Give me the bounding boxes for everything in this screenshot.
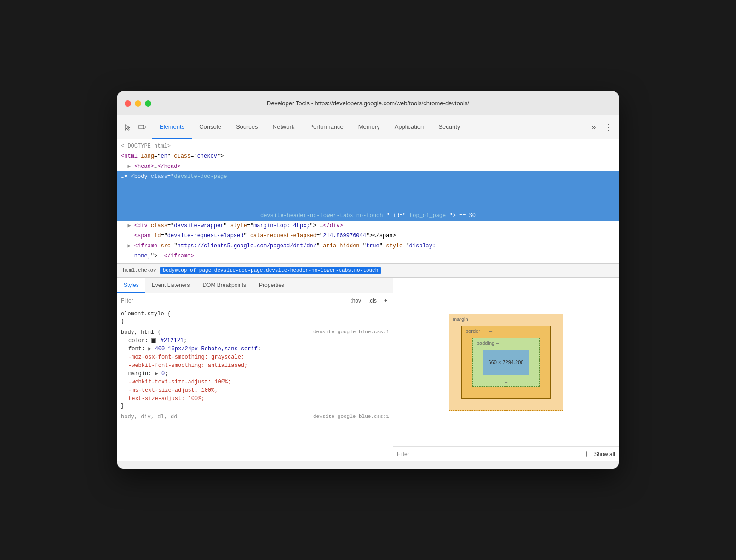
border-dash-right: – xyxy=(546,360,548,365)
styles-panel: Styles Event Listeners DOM Breakpoints P… xyxy=(117,278,393,461)
cls-button[interactable]: .cls xyxy=(367,297,379,304)
show-all-checkbox[interactable] xyxy=(586,451,592,457)
margin-dash-right: – xyxy=(558,360,561,365)
dom-line-doctype[interactable]: <!DOCTYPE html> xyxy=(117,141,619,151)
window-title: Developer Tools - https://developers.goo… xyxy=(267,100,469,107)
style-prop-text-adjust: text-size-adjust: 100%; xyxy=(121,394,389,403)
style-prop-ms-text-adjust: -ms-text-size-adjust: 100%; xyxy=(121,386,389,394)
style-closing-body: } xyxy=(121,403,389,409)
panel-tabs: Styles Event Listeners DOM Breakpoints P… xyxy=(117,278,393,293)
tab-event-listeners[interactable]: Event Listeners xyxy=(145,278,196,293)
computed-filter-label: Filter xyxy=(397,451,409,457)
style-prop-color: color: #212121; xyxy=(121,337,389,345)
style-selector-body: body, html { devsite-google-blue.css:1 xyxy=(121,329,389,336)
border-dash-bottom: – xyxy=(505,391,507,396)
padding-dash-left: – xyxy=(475,360,477,365)
margin-dash-bottom: – xyxy=(505,403,507,408)
tab-application[interactable]: Application xyxy=(387,115,431,139)
border-dash-left: – xyxy=(464,360,466,365)
border-dash-top: – xyxy=(489,328,492,334)
style-selector-bottom: body, div, dl, dd devsite-google-blue.cs… xyxy=(121,414,389,420)
dom-line-span[interactable]: <span id="devsite-request-elapsed" data-… xyxy=(117,231,619,241)
bottom-filter-bar: Filter Show all xyxy=(393,446,619,461)
show-all-container: Show all xyxy=(586,451,615,457)
tab-styles[interactable]: Styles xyxy=(117,278,145,293)
dom-line-body-mid2 xyxy=(117,195,619,209)
minimize-button[interactable] xyxy=(135,100,141,107)
device-toggle-icon[interactable] xyxy=(136,121,149,134)
breadcrumb-bar: html.chekov body#top_of_page.devsite-doc… xyxy=(117,263,619,277)
style-block-element: element.style { } xyxy=(117,310,393,326)
traffic-lights xyxy=(125,100,151,107)
tab-security[interactable]: Security xyxy=(431,115,467,139)
inspect-icon[interactable] xyxy=(121,121,134,134)
content-dimensions: 660 × 7294.200 xyxy=(489,360,524,365)
boxmodel-content: margin – – – – border – – – – xyxy=(393,278,619,446)
style-block-body: body, html { devsite-google-blue.css:1 c… xyxy=(117,328,393,411)
main-tabs: Elements Console Sources Network Perform… xyxy=(152,115,586,139)
box-model-diagram: margin – – – – border – – – – xyxy=(448,314,564,411)
padding-dash-bottom: – xyxy=(505,379,507,384)
tab-sources[interactable]: Sources xyxy=(229,115,265,139)
styles-filter-input[interactable] xyxy=(137,297,345,304)
dom-line-html[interactable]: <html lang="en" class="chekov"> xyxy=(117,151,619,161)
close-button[interactable] xyxy=(125,100,131,107)
style-prop-webkit-text-adjust: -webkit-text-size-adjust: 100%; xyxy=(121,378,389,386)
style-prop-margin: margin: ▶ 0; xyxy=(121,370,389,378)
maximize-button[interactable] xyxy=(145,100,151,107)
filter-actions: :hov .cls + xyxy=(349,297,389,304)
styles-content: element.style { } body, html { devsite-g… xyxy=(117,308,393,461)
tab-properties[interactable]: Properties xyxy=(253,278,291,293)
style-source-bottom[interactable]: devsite-google-blue.css:1 xyxy=(313,414,389,419)
tab-dom-breakpoints[interactable]: DOM Breakpoints xyxy=(196,278,253,293)
dom-line-iframe-cont[interactable]: none;"> …</iframe> xyxy=(117,251,619,261)
computed-filter-input[interactable] xyxy=(413,451,583,457)
more-tabs-button[interactable]: » xyxy=(587,121,600,134)
breadcrumb-html[interactable]: html.chekov xyxy=(121,267,158,274)
boxmodel-panel: margin – – – – border – – – – xyxy=(393,278,619,461)
title-bar: Developer Tools - https://developers.goo… xyxy=(117,91,619,115)
tab-memory[interactable]: Memory xyxy=(351,115,387,139)
add-style-button[interactable]: + xyxy=(382,297,389,304)
style-block-bottom: body, div, dl, dd devsite-google-blue.cs… xyxy=(117,413,393,422)
style-closing-element: } xyxy=(121,318,389,325)
margin-dash-left: – xyxy=(451,360,454,365)
tab-network[interactable]: Network xyxy=(265,115,302,139)
dom-line-iframe[interactable]: ▶ <iframe src="https://clients5.google.c… xyxy=(117,241,619,251)
styles-filter-bar: Filter :hov .cls + xyxy=(117,293,393,308)
dom-content[interactable]: <!DOCTYPE html> <html lang="en" class="c… xyxy=(117,139,619,263)
tab-elements[interactable]: Elements xyxy=(152,115,192,139)
bottom-section: Styles Event Listeners DOM Breakpoints P… xyxy=(117,277,619,461)
padding-label: padding – xyxy=(477,340,499,346)
breadcrumb-body[interactable]: body#top_of_page.devsite-doc-page.devsit… xyxy=(160,267,381,274)
dom-line-body-start[interactable]: …▼ <body class="devsite-doc-page xyxy=(117,171,619,182)
color-swatch xyxy=(151,338,156,343)
svg-rect-1 xyxy=(144,126,145,128)
devtools-toolbar: Elements Console Sources Network Perform… xyxy=(117,115,619,139)
style-prop-moz-smoothing: -moz-osx-font-smoothing: grayscale; xyxy=(121,353,389,361)
border-label: border xyxy=(466,328,480,334)
content-box: 660 × 7294.200 xyxy=(483,350,529,375)
padding-dash-right: – xyxy=(535,360,537,365)
dom-line-body-mid1 xyxy=(117,182,619,195)
tab-performance[interactable]: Performance xyxy=(302,115,351,139)
devtools-menu-button[interactable]: ⋮ xyxy=(602,121,615,134)
style-source-body[interactable]: devsite-google-blue.css:1 xyxy=(313,329,389,335)
style-selector-element: element.style { xyxy=(121,311,389,317)
dom-line-body-end[interactable]: devsite-header-no-lower-tabs no-touch " … xyxy=(117,209,619,221)
svg-rect-0 xyxy=(139,125,144,129)
dom-line-div[interactable]: ▶ <div class="devsite-wrapper" style="ma… xyxy=(117,221,619,231)
style-prop-webkit-smoothing: -webkit-font-smoothing: antialiased; xyxy=(121,361,389,370)
show-all-label: Show all xyxy=(594,451,615,457)
margin-label: margin xyxy=(453,316,468,322)
hov-button[interactable]: :hov xyxy=(349,297,363,304)
tab-console[interactable]: Console xyxy=(192,115,229,139)
style-prop-font: font: ▶ 400 16px/24px Roboto,sans-serif; xyxy=(121,345,389,353)
filter-label: Filter xyxy=(121,297,133,304)
dom-line-head[interactable]: ▶ <head>…</head> xyxy=(117,161,619,171)
devtools-window: Developer Tools - https://developers.goo… xyxy=(117,91,619,469)
margin-dash-top: – xyxy=(481,316,484,322)
dom-panel: <!DOCTYPE html> <html lang="en" class="c… xyxy=(117,139,619,263)
